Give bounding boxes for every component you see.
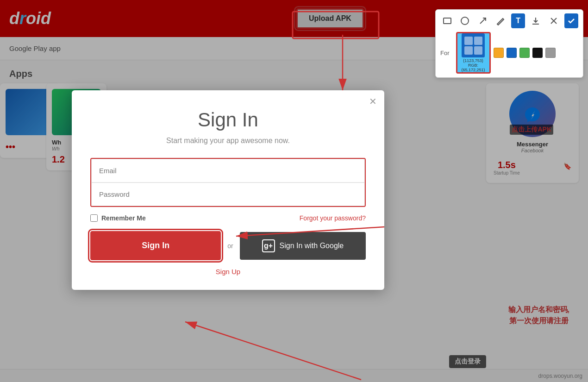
forgot-password-link[interactable]: Forgot your password? bbox=[300, 214, 366, 222]
svg-rect-2 bbox=[444, 18, 451, 24]
modal-close-button[interactable]: ✕ bbox=[369, 96, 377, 107]
signup-link[interactable]: Sign Up bbox=[216, 268, 240, 276]
password-input[interactable] bbox=[91, 182, 365, 206]
button-row: Sign In or g+ Sign In with Google bbox=[90, 231, 366, 260]
google-plus-icon: g+ bbox=[262, 239, 275, 252]
confirm-tool[interactable] bbox=[564, 13, 578, 28]
svg-point-3 bbox=[461, 17, 469, 25]
color-gray[interactable] bbox=[545, 48, 556, 58]
circle-tool[interactable] bbox=[458, 13, 472, 28]
arrow-tool[interactable] bbox=[476, 13, 490, 28]
signin-modal: ✕ Sign In Start making your app awesome … bbox=[72, 90, 384, 290]
remember-me-text: Remember Me bbox=[101, 214, 146, 222]
or-text: or bbox=[227, 242, 233, 250]
modal-subtitle: Start making your app awesome now. bbox=[90, 137, 366, 145]
app-preview-image: (1123,753) RGB:(65,172,251) bbox=[456, 32, 491, 74]
form-options: Remember Me Forgot your password? bbox=[90, 214, 366, 222]
pen-tool[interactable] bbox=[494, 13, 507, 28]
google-signin-label: Sign In with Google bbox=[280, 242, 344, 250]
remember-me-checkbox[interactable] bbox=[90, 214, 98, 222]
text-tool[interactable]: T bbox=[511, 13, 525, 28]
app-preview-grid bbox=[464, 37, 482, 55]
color-green[interactable] bbox=[519, 48, 530, 58]
download-tool[interactable] bbox=[529, 13, 543, 28]
email-input[interactable] bbox=[91, 159, 365, 182]
color-black[interactable] bbox=[532, 48, 543, 58]
signin-button[interactable]: Sign In bbox=[90, 231, 221, 260]
input-wrapper bbox=[90, 158, 366, 207]
toolbar-label: For bbox=[440, 50, 450, 56]
close-tool[interactable] bbox=[547, 13, 561, 28]
modal-title: Sign In bbox=[90, 109, 366, 131]
app-preview-inner bbox=[462, 33, 485, 57]
toolbar-tools-row: T bbox=[440, 13, 578, 28]
toolbar-color-row: For (1123,753) RGB:(65,172,251) bbox=[440, 32, 578, 74]
google-signin-button[interactable]: g+ Sign In with Google bbox=[240, 232, 366, 260]
remember-me-label[interactable]: Remember Me bbox=[90, 214, 146, 222]
toolbar-overlay: T For bbox=[435, 9, 583, 78]
color-orange[interactable] bbox=[494, 48, 504, 58]
rectangle-tool[interactable] bbox=[440, 13, 454, 28]
color-blue[interactable] bbox=[507, 48, 517, 58]
app-preview-coords: (1123,753) RGB:(65,172,251) bbox=[457, 58, 489, 72]
svg-line-4 bbox=[480, 18, 486, 24]
